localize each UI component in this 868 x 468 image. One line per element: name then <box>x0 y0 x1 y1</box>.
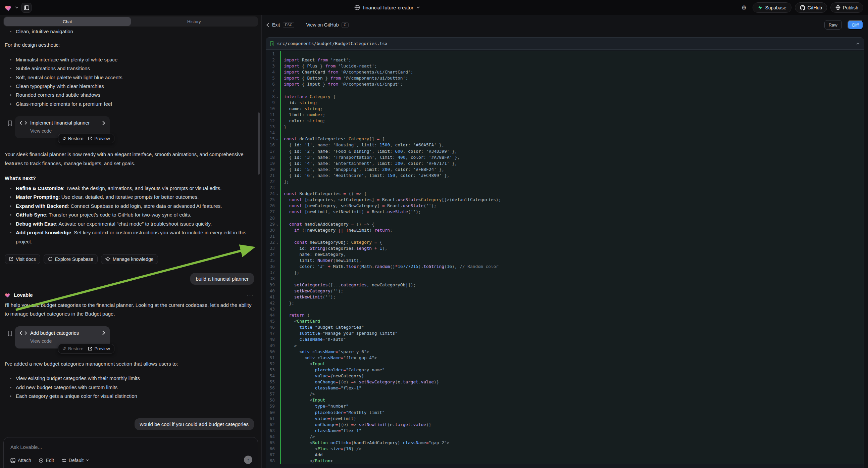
chat-scrollbar-thumb[interactable] <box>258 113 260 175</box>
code-line: 38 <box>266 275 864 282</box>
code-line: 56 className="flex-1" <box>266 385 864 391</box>
raw-toggle-button[interactable]: Raw <box>825 20 842 30</box>
supabase-bolt-icon <box>757 5 763 10</box>
preview-button[interactable]: Preview <box>88 136 110 141</box>
code-line: 39 setCategories([...categories, newCate… <box>266 282 864 288</box>
tab-history[interactable]: History <box>131 17 258 26</box>
code-line: 57 /> <box>266 391 864 397</box>
exit-button[interactable]: Exit <box>272 22 280 28</box>
code-line: 16 { id: '1', name: 'Housing', limit: 15… <box>266 142 864 148</box>
design-aesthetic-heading: For the design aesthetic: <box>5 40 254 49</box>
tab-chat[interactable]: Chat <box>4 17 131 26</box>
preview-button[interactable]: Preview <box>88 346 110 351</box>
lovable-logo-heart-icon[interactable] <box>5 4 12 11</box>
restore-icon: ↺ <box>62 346 66 351</box>
manage-knowledge-button[interactable]: Manage knowledge <box>101 254 158 264</box>
view-code-link[interactable]: View code <box>30 339 105 344</box>
github-icon <box>800 5 805 10</box>
code-line: 53 placeholder="Category name" <box>266 367 864 373</box>
code-line: 52 <Input <box>266 361 864 367</box>
chat-panel: Chat History Clean, intuitive navigation… <box>0 15 261 468</box>
github-button[interactable]: GitHub <box>795 2 828 13</box>
code-line: 21 { id: '6', name: 'Healthcare', limit:… <box>266 173 864 179</box>
list-item: Soft, neutral color palette with light b… <box>5 73 254 82</box>
supabase-button[interactable]: Supabase <box>752 2 791 13</box>
code-line: 42 }; <box>266 300 864 306</box>
send-button[interactable]: ↑ <box>244 456 252 464</box>
manage-knowledge-label: Manage knowledge <box>113 257 153 262</box>
whats-next-heading: What's next? <box>5 175 254 181</box>
ask-lovable-input[interactable] <box>10 444 251 450</box>
list-item: Clean, intuitive navigation <box>5 27 254 36</box>
collapse-file-button[interactable] <box>856 42 860 45</box>
code-line: 41 setNewLimit(''); <box>266 294 864 300</box>
code-line: 31 <box>266 233 864 239</box>
list-item: Minimalist interface with plenty of whit… <box>5 55 254 64</box>
code-line: 17 { id: '2', name: 'Food & Dining', lim… <box>266 148 864 154</box>
code-viewer-panel: Exit ESC View on GitHub G Raw Diff src/c… <box>261 15 868 468</box>
g-shortcut-badge: G <box>342 22 348 28</box>
explore-supabase-button[interactable]: Explore Supabase <box>43 254 98 264</box>
visit-docs-button[interactable]: Visit docs <box>5 254 40 264</box>
code-line: 46 title="Budget Categories" <box>266 324 864 330</box>
more-options-icon[interactable]: ··· <box>247 292 254 298</box>
restore-button[interactable]: ↺ Restore <box>62 346 83 351</box>
view-on-github-link[interactable]: View on GitHub <box>306 22 339 28</box>
restore-button[interactable]: ↺ Restore <box>62 136 83 141</box>
list-item: Each category gets a unique color for vi… <box>5 392 254 401</box>
attach-image-icon <box>10 458 16 463</box>
diff-toggle-button[interactable]: Diff <box>847 20 863 30</box>
list-item: Expand with Backend: Connect Supabase to… <box>5 202 254 210</box>
restore-label: Restore <box>68 136 84 141</box>
workspace-chevron-down-icon[interactable] <box>15 6 19 9</box>
code-line: 14 <box>266 130 864 136</box>
mode-select-default[interactable]: Default <box>61 458 89 463</box>
bookmark-icon[interactable] <box>7 330 12 337</box>
code-line: 18 { id: '3', name: 'Transportation', li… <box>266 154 864 160</box>
attach-button[interactable]: Attach <box>10 458 31 463</box>
code-line: 59 type="number" <box>266 403 864 409</box>
settings-gear-icon[interactable]: ⚙ <box>739 2 749 13</box>
code-line: 63 className="flex-1" <box>266 428 864 434</box>
project-switcher[interactable]: financial-future-creator <box>354 0 420 15</box>
code-line: 54 value={newCategory} <box>266 373 864 379</box>
external-link-icon <box>88 136 92 141</box>
chevron-left-icon[interactable] <box>267 23 269 27</box>
toggle-sidebar-button[interactable] <box>22 3 32 13</box>
version-card-implement-financial-planner[interactable]: Implement financial planner View code ↺ … <box>15 116 110 138</box>
chat-composer: Attach Edit <box>3 437 258 468</box>
code-line: 64 /> <box>266 434 864 440</box>
publish-button[interactable]: Publish <box>830 2 863 13</box>
code-line: 25 const [categories, setCategories] = R… <box>266 197 864 203</box>
version-title: Implement financial planner <box>30 120 99 125</box>
code-line: 8⌄interface Category { <box>266 94 864 100</box>
view-on-github-group: View on GitHub G <box>306 22 348 28</box>
file-diff-card: src/components/budget/BudgetCategories.t… <box>266 37 864 468</box>
file-header[interactable]: src/components/budget/BudgetCategories.t… <box>266 38 864 50</box>
composer-toolbar: Attach Edit <box>10 458 251 463</box>
code-line: 55 onChange={(e) => setNewCategory(e.tar… <box>266 379 864 385</box>
chat-scroll-area[interactable]: Clean, intuitive navigation For the desi… <box>0 27 261 430</box>
version-card-row: Add budget categories View code ↺ Restor… <box>5 326 254 349</box>
design-aesthetic-list: Minimalist interface with plenty of whit… <box>5 55 254 109</box>
view-code-link[interactable]: View code <box>30 128 105 134</box>
external-link-icon <box>9 257 13 261</box>
added-section-intro: I've added a new budget categories manag… <box>5 359 254 368</box>
edit-button[interactable]: Edit <box>39 458 54 463</box>
bookmark-icon[interactable] <box>7 120 12 126</box>
code-line: 5import { Button } from '@/components/ui… <box>266 75 864 81</box>
code-line: 36 color: '#' + Math.floor(Math.random()… <box>266 264 864 270</box>
added-file-icon <box>270 41 275 46</box>
code-editor-content[interactable]: 1 2import React from 'react';3import { P… <box>266 50 864 468</box>
code-line: 22]; <box>266 179 864 185</box>
code-line: 30 if (!newCategory || !newLimit) return… <box>266 227 864 233</box>
code-line: 51 <div className="flex gap-4"> <box>266 355 864 361</box>
code-line: 12 color: string; <box>266 118 864 124</box>
publish-globe-icon <box>835 5 840 10</box>
code-line: 35 limit: Number(newLimit), <box>266 258 864 264</box>
code-line: 49 > <box>266 343 864 349</box>
code-line: 10 name: string; <box>266 106 864 112</box>
file-path: src/components/budget/BudgetCategories.t… <box>277 41 388 46</box>
code-line: 65 <Button onClick={handleAddCategory} c… <box>266 440 864 446</box>
version-card-add-budget-categories[interactable]: Add budget categories View code ↺ Restor… <box>15 326 110 349</box>
